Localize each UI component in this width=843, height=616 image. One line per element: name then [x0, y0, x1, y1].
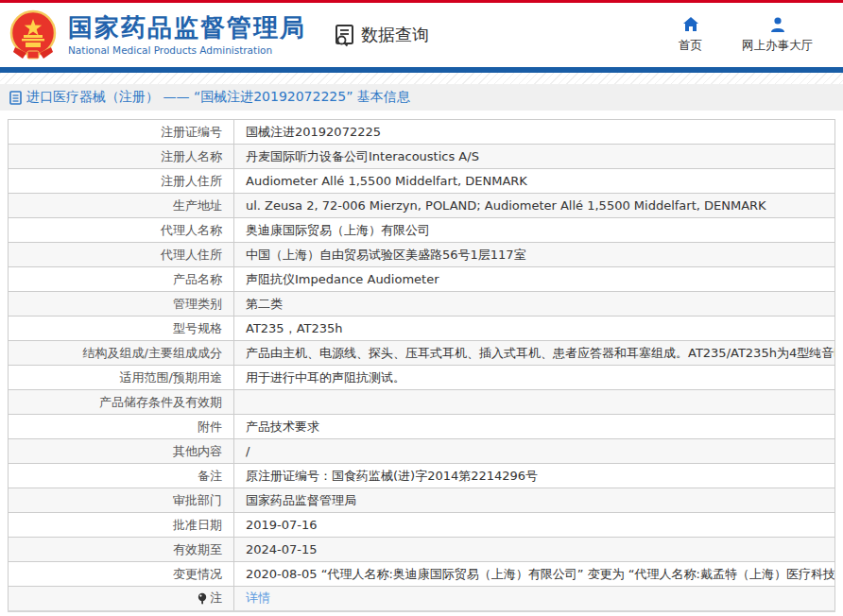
field-value: ul. Zeusa 2, 72-006 Mierzyn, POLAND; Aud… — [234, 194, 835, 218]
data-query-module: 数据查询 — [333, 23, 429, 47]
national-emblem-logo — [8, 9, 59, 60]
content-gap — [0, 111, 843, 119]
table-row-note: 注 详情 — [9, 587, 835, 611]
field-label: 审批部门 — [9, 488, 234, 513]
table-row: 注册证编号国械注进20192072225 — [9, 120, 835, 145]
field-label: 注册人名称 — [9, 145, 234, 169]
field-value — [234, 390, 835, 415]
note-pin-icon — [197, 592, 208, 605]
details-link[interactable]: 详情 — [246, 590, 270, 605]
document-search-icon — [333, 23, 357, 47]
table-row: 代理人住所中国（上海）自由贸易试验区美盛路56号1层117室 — [9, 243, 835, 267]
header-nav: 首页 网上办事大厅 — [679, 16, 843, 54]
table-row: 适用范围/预期用途用于进行中耳的声阻抗测试。 — [9, 366, 835, 390]
field-value: 用于进行中耳的声阻抗测试。 — [234, 366, 835, 390]
table-row: 注册人名称丹麦国际听力设备公司Interacoustics A/S — [9, 145, 835, 169]
table-row: 备注原注册证编号：国食药监械(进)字2014第2214296号 — [9, 464, 835, 488]
field-label: 变更情况 — [9, 562, 234, 587]
table-row: 代理人名称奥迪康国际贸易（上海）有限公司 — [9, 218, 835, 243]
table-row: 产品名称声阻抗仪Impedance Audiometer — [9, 267, 835, 292]
table-row: 其他内容/ — [9, 439, 835, 464]
field-label: 产品名称 — [9, 267, 234, 292]
site-header: 国家药品监督管理局 National Medical Products Admi… — [0, 3, 843, 67]
table-row: 变更情况2020-08-05 “代理人名称:奥迪康国际贸易（上海）有限公司” 变… — [9, 562, 835, 587]
field-label: 有效期至 — [9, 538, 234, 562]
person-icon — [769, 16, 786, 33]
field-label: 结构及组成/主要组成成分 — [9, 341, 234, 366]
registration-info-table: 注册证编号国械注进20192072225 注册人名称丹麦国际听力设备公司Inte… — [8, 119, 835, 612]
field-value: 详情 — [234, 587, 835, 611]
field-value: AT235，AT235h — [234, 317, 835, 341]
table-row: 附件产品技术要求 — [9, 415, 835, 439]
field-value: 2020-08-05 “代理人名称:奥迪康国际贸易（上海）有限公司” 变更为 “… — [234, 562, 835, 587]
field-value: 第二类 — [234, 292, 835, 317]
table-row: 审批部门国家药品监督管理局 — [9, 488, 835, 513]
agency-name-en: National Medical Products Administration — [68, 44, 306, 56]
field-label: 生产地址 — [9, 194, 234, 218]
table-row: 注册人住所Audiometer Allé 1,5500 Middelfart, … — [9, 169, 835, 194]
table-row: 结构及组成/主要组成成分产品由主机、电源线、探头、压耳式耳机、插入式耳机、患者应… — [9, 341, 835, 366]
nav-home-label: 首页 — [679, 38, 702, 54]
field-label: 其他内容 — [9, 439, 234, 464]
field-label: 注册证编号 — [9, 120, 234, 145]
field-value: 国家药品监督管理局 — [234, 488, 835, 513]
field-label: 代理人名称 — [9, 218, 234, 243]
nav-home[interactable]: 首页 — [679, 16, 702, 54]
table-row: 管理类别第二类 — [9, 292, 835, 317]
field-value: 2019-07-16 — [234, 513, 835, 538]
table-row: 产品储存条件及有效期 — [9, 390, 835, 415]
breadcrumb-text: 进口医疗器械（注册） —— “国械注进20192072225” 基本信息 — [26, 89, 410, 106]
field-value: 2024-07-15 — [234, 538, 835, 562]
document-icon — [9, 91, 22, 105]
field-label: 适用范围/预期用途 — [9, 366, 234, 390]
table-row: 型号规格AT235，AT235h — [9, 317, 835, 341]
nav-online-service-hall-label: 网上办事大厅 — [742, 38, 813, 54]
table-row: 有效期至2024-07-15 — [9, 538, 835, 562]
breadcrumb: 进口医疗器械（注册） —— “国械注进20192072225” 基本信息 — [0, 84, 843, 111]
table-row: 生产地址ul. Zeusa 2, 72-006 Mierzyn, POLAND;… — [9, 194, 835, 218]
field-label: 批准日期 — [9, 513, 234, 538]
field-value: Audiometer Allé 1,5500 Middelfart, DENMA… — [234, 169, 835, 194]
table-row: 批准日期2019-07-16 — [9, 513, 835, 538]
field-value: 奥迪康国际贸易（上海）有限公司 — [234, 218, 835, 243]
field-label: 管理类别 — [9, 292, 234, 317]
note-label: 注 — [210, 590, 222, 607]
agency-name-cn: 国家药品监督管理局 — [68, 14, 306, 43]
field-label: 注册人住所 — [9, 169, 234, 194]
field-value: 声阻抗仪Impedance Audiometer — [234, 267, 835, 292]
field-label: 代理人住所 — [9, 243, 234, 267]
field-value: / — [234, 439, 835, 464]
field-value: 原注册证编号：国食药监械(进)字2014第2214296号 — [234, 464, 835, 488]
field-value: 中国（上海）自由贸易试验区美盛路56号1层117室 — [234, 243, 835, 267]
field-label: 附件 — [9, 415, 234, 439]
field-label: 备注 — [9, 464, 234, 488]
field-label: 注 — [9, 587, 234, 611]
field-value: 产品由主机、电源线、探头、压耳式耳机、插入式耳机、患者应答器和耳塞组成。AT23… — [234, 341, 835, 366]
field-value: 丹麦国际听力设备公司Interacoustics A/S — [234, 145, 835, 169]
field-label: 产品储存条件及有效期 — [9, 390, 234, 415]
data-query-title: 数据查询 — [361, 24, 429, 46]
nav-online-service-hall[interactable]: 网上办事大厅 — [742, 16, 813, 54]
field-value: 产品技术要求 — [234, 415, 835, 439]
striped-band — [0, 73, 843, 84]
field-value: 国械注进20192072225 — [234, 120, 835, 145]
field-label: 型号规格 — [9, 317, 234, 341]
agency-title-block: 国家药品监督管理局 National Medical Products Admi… — [68, 14, 306, 56]
home-icon — [682, 16, 699, 33]
